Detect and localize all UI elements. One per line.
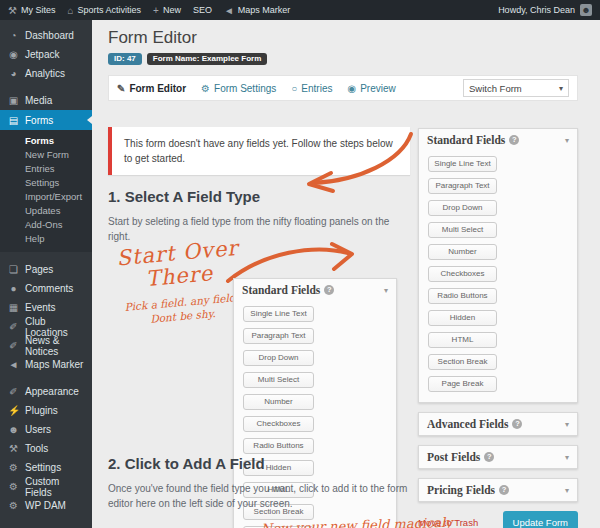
field-button-radio-buttons[interactable]: Radio Buttons (243, 438, 314, 454)
field-button-single-line-text[interactable]: Single Line Text (428, 156, 497, 172)
sidebar-item-jetpack[interactable]: ◉ Jetpack (0, 45, 92, 64)
step2-heading: 2. Click to Add A Field (108, 455, 265, 472)
collapse-caret-icon[interactable]: ▾ (565, 486, 569, 495)
howdy-greeting[interactable]: Howdy, Chris Dean (498, 5, 575, 15)
collapse-caret-icon[interactable]: ▾ (565, 420, 569, 429)
sidebar-item-maps-marker[interactable]: ◄ Maps Marker (0, 355, 92, 374)
sidebar-item-dashboard[interactable]: ◔ Dashboard (0, 26, 92, 45)
help-icon[interactable]: ? (484, 452, 494, 462)
admin-bar-item-label: Sports Activities (78, 5, 142, 15)
content-area: Form Editor ID: 47 Form Name: Examplee F… (92, 20, 600, 528)
sidebar-item-wp-dam[interactable]: ⚙ WP DAM (0, 496, 92, 515)
admin-bar-my-sites[interactable]: ⚒ My Sites (8, 5, 55, 16)
megaphone-icon: ◄ (224, 5, 234, 16)
editor-right-rail: Standard Fields ? ▾ Single Line Text Par… (418, 128, 578, 528)
field-button-number[interactable]: Number (243, 394, 314, 410)
collapse-caret-icon[interactable]: ▾ (565, 453, 569, 462)
field-button-multi-select[interactable]: Multi Select (428, 222, 497, 238)
sidebar-item-tools[interactable]: ⚒ Tools (0, 439, 92, 458)
tab-form-editor[interactable]: ✎ Form Editor (117, 83, 186, 94)
tab-label: Entries (301, 83, 332, 94)
field-button-page-break[interactable]: Page Break (428, 376, 497, 392)
field-button-paragraph-text[interactable]: Paragraph Text (428, 178, 497, 194)
field-button-radio-buttons[interactable]: Radio Buttons (428, 288, 497, 304)
calendar-icon: ▦ (8, 302, 19, 313)
field-button-paragraph-text[interactable]: Paragraph Text (243, 328, 314, 344)
tab-preview[interactable]: ◉ Preview (347, 83, 395, 94)
switch-form-dropdown[interactable]: Switch Form ▾ (463, 79, 569, 97)
field-button-section-break[interactable]: Section Break (428, 354, 497, 370)
sidebar-item-pages[interactable]: ❏ Pages (0, 260, 92, 279)
sidebar-item-plugins[interactable]: ⚡ Plugins (0, 401, 92, 420)
collapse-caret-icon[interactable]: ▾ (384, 286, 388, 295)
sidebar-item-label: Forms (25, 115, 53, 126)
field-button-number[interactable]: Number (428, 244, 497, 260)
help-icon[interactable]: ? (512, 419, 522, 429)
forms-submenu: Forms New Form Entries Settings Import/E… (0, 130, 92, 252)
sidebar-item-settings[interactable]: ⚙ Settings (0, 458, 92, 477)
hand-drawn-arrow-down-left (297, 131, 417, 193)
gear-icon: ⚙ (8, 500, 19, 511)
pencil-icon: ✎ (117, 83, 125, 94)
panel-title: Post Fields (427, 451, 480, 463)
field-button-drop-down[interactable]: Drop Down (428, 200, 497, 216)
sidebar-item-events[interactable]: ▦ Events (0, 298, 92, 317)
step1-heading: 1. Select A Field Type (108, 188, 260, 205)
wrench-icon: ⚒ (8, 443, 19, 454)
admin-bar-seo[interactable]: SEO (193, 5, 212, 15)
standard-fields-panel: Standard Fields ? ▾ Single Line Text Par… (418, 128, 578, 403)
help-icon[interactable]: ? (499, 485, 509, 495)
field-button-html[interactable]: HTML (428, 332, 497, 348)
form-toolbar: ✎ Form Editor ⚙ Form Settings ○ Entries … (108, 75, 578, 101)
field-button-drop-down[interactable]: Drop Down (243, 350, 314, 366)
sidebar-item-label: Plugins (25, 405, 58, 416)
pushpin-icon: ✐ (8, 321, 19, 332)
analytics-icon: ◕ (8, 68, 19, 79)
sidebar-item-news-notices[interactable]: ✐ News & Notices (0, 336, 92, 355)
gauge-icon: ◔ (8, 30, 19, 41)
media-icon: ▣ (8, 95, 19, 106)
plug-icon: ⚡ (8, 405, 19, 416)
submenu-item-addons[interactable]: Add-Ons (0, 218, 92, 232)
form-icon: ▤ (8, 115, 19, 126)
user-avatar[interactable]: ☻ (580, 4, 592, 16)
sidebar-item-users[interactable]: ☻ Users (0, 420, 92, 439)
tab-form-settings[interactable]: ⚙ Form Settings (201, 83, 276, 94)
submenu-item-help[interactable]: Help (0, 232, 92, 246)
submenu-item-entries[interactable]: Entries (0, 162, 92, 176)
submenu-item-new-form[interactable]: New Form (0, 148, 92, 162)
submenu-item-forms[interactable]: Forms (0, 134, 92, 148)
sidebar-item-club-locations[interactable]: ✐ Club Locations (0, 317, 92, 336)
hand-drawn-arrow-right (222, 236, 364, 284)
admin-bar-item-label: SEO (193, 5, 212, 15)
sidebar-item-comments[interactable]: ● Comments (0, 279, 92, 298)
sidebar-item-label: Custom Fields (25, 476, 84, 498)
sidebar-item-media[interactable]: ▣ Media (0, 91, 92, 110)
tab-label: Preview (360, 83, 396, 94)
sidebar-item-appearance[interactable]: ✐ Appearance (0, 382, 92, 401)
switch-form-label: Switch Form (469, 83, 522, 94)
sidebar-item-custom-fields[interactable]: ⚙ Custom Fields (0, 477, 92, 496)
submenu-item-settings[interactable]: Settings (0, 176, 92, 190)
field-button-hidden[interactable]: Hidden (428, 310, 497, 326)
admin-bar-maps-marker[interactable]: ◄ Maps Marker (224, 5, 290, 16)
help-icon[interactable]: ? (509, 135, 519, 145)
tab-entries[interactable]: ○ Entries (291, 83, 332, 94)
sidebar-item-analytics[interactable]: ◕ Analytics (0, 64, 92, 83)
plus-icon: + (153, 5, 159, 16)
collapse-caret-icon[interactable]: ▾ (565, 136, 569, 145)
sidebar-item-forms[interactable]: ▤ Forms (0, 110, 92, 130)
speech-bubble-icon: ○ (291, 83, 297, 94)
admin-bar-new[interactable]: + New (153, 5, 181, 16)
page-title: Form Editor (108, 28, 584, 48)
submenu-item-import-export[interactable]: Import/Export (0, 190, 92, 204)
admin-bar-site-name[interactable]: ⌂ Sports Activities (67, 5, 141, 16)
sidebar-item-label: Maps Marker (25, 359, 83, 370)
help-icon[interactable]: ? (324, 285, 334, 295)
field-button-single-line-text[interactable]: Single Line Text (243, 306, 314, 322)
submenu-item-updates[interactable]: Updates (0, 204, 92, 218)
update-form-button[interactable]: Update Form (503, 511, 578, 528)
field-button-multi-select[interactable]: Multi Select (243, 372, 314, 388)
field-button-checkboxes[interactable]: Checkboxes (428, 266, 497, 282)
field-button-checkboxes[interactable]: Checkboxes (243, 416, 314, 432)
